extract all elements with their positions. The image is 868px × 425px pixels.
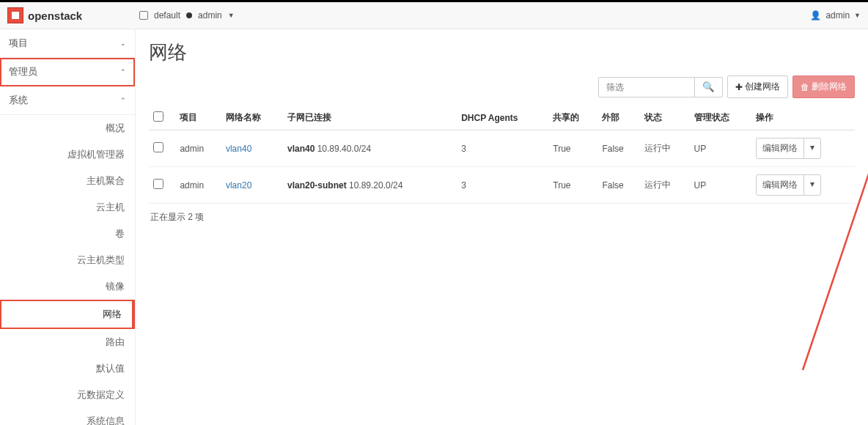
sidebar-item-overview[interactable]: 概况	[0, 115, 135, 141]
table-header-row: 项目 网络名称 子网已连接 DHCP Agents 共享的 外部 状态 管理状态…	[149, 106, 855, 130]
domain-label: default	[154, 10, 180, 21]
caret-down-icon: ▼	[228, 12, 235, 19]
network-name-link[interactable]: vlan40	[226, 144, 251, 154]
sidebar-item-images[interactable]: 镜像	[0, 273, 135, 300]
cell-adminstate: UP	[690, 167, 751, 204]
plus-icon: ✚	[735, 82, 743, 92]
col-actions: 操作	[751, 106, 855, 130]
domain-icon	[139, 11, 148, 20]
select-all-checkbox[interactable]	[153, 111, 163, 122]
sidebar-group-system[interactable]: 系统 ⌃	[0, 86, 135, 115]
sidebar-group-label: 管理员	[9, 65, 37, 78]
trash-icon: 🗑	[801, 82, 809, 92]
sidebar: 项目 ⌄ 管理员 ⌃ 系统 ⌃ 概况 虚拟机管理器 主机聚合 云主机 卷 云主机…	[0, 29, 136, 425]
create-label: 创建网络	[745, 81, 780, 93]
cell-project: admin	[175, 130, 221, 167]
sidebar-group-project[interactable]: 项目 ⌄	[0, 29, 135, 58]
col-name[interactable]: 网络名称	[221, 106, 283, 130]
sidebar-item-defaults[interactable]: 默认值	[0, 355, 135, 382]
row-count-label: 正在显示 2 项	[149, 204, 855, 231]
subnet-name: vlan40	[287, 144, 315, 154]
networks-table: 项目 网络名称 子网已连接 DHCP Agents 共享的 外部 状态 管理状态…	[149, 106, 855, 204]
brand-text: openstack	[28, 10, 82, 22]
caret-down-icon[interactable]: ▾	[803, 175, 820, 195]
user-icon: 👤	[810, 10, 821, 21]
col-project[interactable]: 项目	[175, 106, 221, 130]
openstack-logo-icon	[7, 7, 23, 23]
cell-external: False	[597, 130, 640, 167]
user-label: admin	[825, 10, 850, 21]
toolbar: 🔍 ✚ 创建网络 🗑 删除网络	[149, 75, 855, 98]
sidebar-item-flavors[interactable]: 云主机类型	[0, 247, 135, 273]
page-title: 网络	[149, 40, 855, 65]
content-area: 网络 🔍 ✚ 创建网络 🗑 删除网络 项目 网	[136, 29, 868, 425]
sidebar-item-hypervisors[interactable]: 虚拟机管理器	[0, 141, 135, 168]
sidebar-item-host-aggregates[interactable]: 主机聚合	[0, 168, 135, 194]
chevron-up-icon: ⌃	[120, 97, 126, 104]
sidebar-item-routers[interactable]: 路由	[0, 329, 135, 355]
action-label: 编辑网络	[757, 175, 803, 195]
cell-project: admin	[175, 167, 221, 204]
chevron-up-icon: ⌃	[120, 68, 126, 75]
cell-adminstate: UP	[690, 130, 751, 167]
row-checkbox[interactable]	[153, 142, 163, 152]
col-external[interactable]: 外部	[597, 106, 640, 130]
row-action-button[interactable]: 编辑网络▾	[756, 174, 821, 196]
subnet-cidr: 10.89.20.0/24	[349, 180, 402, 191]
caret-down-icon[interactable]: ▾	[803, 138, 820, 158]
network-name-link[interactable]: vlan20	[226, 180, 251, 191]
col-dhcp[interactable]: DHCP Agents	[457, 106, 548, 130]
sidebar-item-instances[interactable]: 云主机	[0, 194, 135, 221]
user-menu[interactable]: 👤 admin ▼	[810, 10, 861, 21]
dot-icon	[186, 12, 192, 18]
row-checkbox[interactable]	[153, 179, 163, 189]
action-label: 编辑网络	[757, 138, 803, 158]
caret-down-icon: ▼	[854, 12, 861, 19]
cell-subnet: vlan40 10.89.40.0/24	[283, 130, 457, 167]
cell-status: 运行中	[640, 167, 689, 204]
create-network-button[interactable]: ✚ 创建网络	[727, 75, 788, 98]
cell-shared: True	[548, 167, 597, 204]
project-label: admin	[198, 10, 222, 21]
cell-shared: True	[548, 130, 597, 167]
sidebar-item-sysinfo[interactable]: 系统信息	[0, 408, 135, 425]
search-icon: 🔍	[702, 81, 715, 92]
table-row: admin vlan20 vlan20-subnet 10.89.20.0/24…	[149, 167, 855, 204]
top-bar: openstack default admin ▼ 👤 admin ▼	[0, 0, 868, 29]
table-row: admin vlan40 vlan40 10.89.40.0/24 3 True…	[149, 130, 855, 167]
sidebar-group-label: 项目	[9, 37, 28, 50]
chevron-down-icon: ⌄	[120, 40, 126, 47]
sidebar-item-volumes[interactable]: 卷	[0, 221, 135, 247]
col-shared[interactable]: 共享的	[548, 106, 597, 130]
subnet-name: vlan20-subnet	[287, 180, 347, 191]
cell-status: 运行中	[640, 130, 689, 167]
context-switcher[interactable]: default admin ▼	[139, 10, 235, 21]
row-action-button[interactable]: 编辑网络▾	[756, 138, 821, 159]
delete-network-button[interactable]: 🗑 删除网络	[792, 75, 855, 98]
cell-dhcp: 3	[457, 167, 548, 204]
sidebar-item-metadata[interactable]: 元数据定义	[0, 382, 135, 408]
filter-box: 🔍	[598, 77, 723, 97]
cell-subnet: vlan20-subnet 10.89.20.0/24	[283, 167, 457, 204]
subnet-cidr: 10.89.40.0/24	[317, 144, 371, 154]
col-adminstate[interactable]: 管理状态	[690, 106, 751, 130]
cell-dhcp: 3	[457, 130, 548, 167]
search-button[interactable]: 🔍	[694, 78, 722, 97]
cell-external: False	[597, 167, 640, 204]
filter-input[interactable]	[599, 78, 694, 97]
col-subnets[interactable]: 子网已连接	[283, 106, 457, 130]
sidebar-group-label: 系统	[9, 94, 28, 107]
col-status[interactable]: 状态	[640, 106, 689, 130]
sidebar-group-admin[interactable]: 管理员 ⌃	[0, 58, 135, 86]
sidebar-item-networks[interactable]: 网络	[0, 300, 135, 329]
delete-label: 删除网络	[812, 81, 847, 93]
logo-block: openstack	[7, 7, 139, 23]
